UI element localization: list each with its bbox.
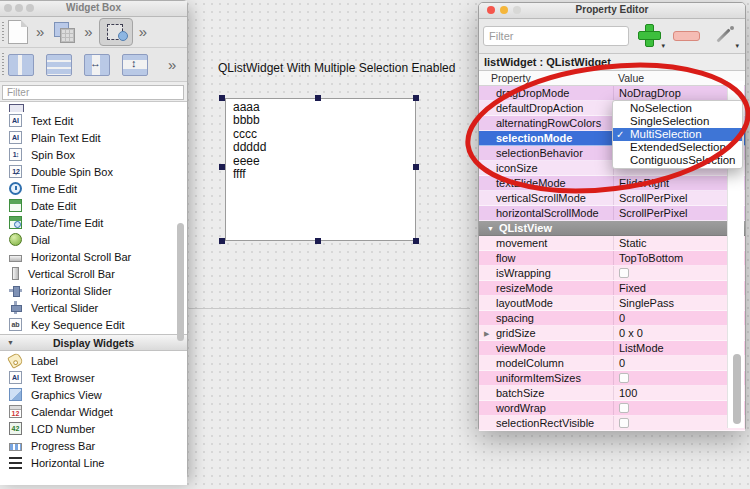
form-caption-label[interactable]: QListWidget With Multiple Selection Enab… [218, 61, 455, 75]
widget-item-date-time-edit[interactable]: Date/Time Edit [0, 214, 187, 231]
resize-handle-bottom-left[interactable] [219, 238, 225, 244]
property-value[interactable]: 100 [619, 386, 637, 401]
property-row-resizemode[interactable]: resizeModeFixed [479, 281, 745, 296]
iswrapping-checkbox[interactable] [619, 268, 629, 278]
toolbar-drag-handle[interactable] [2, 52, 4, 77]
property-value[interactable]: ScrollPerPixel [619, 206, 687, 221]
list-item-aaaa[interactable]: aaaa [233, 101, 415, 114]
property-row-uniformitemsizes[interactable]: uniformItemSizes [479, 371, 745, 386]
property-editor-titlebar[interactable]: Property Editor [479, 3, 745, 19]
property-value[interactable]: 0 [619, 311, 625, 326]
chevron-overflow-icon[interactable]: » [168, 58, 176, 72]
list-item-ddddd[interactable]: ddddd [233, 141, 415, 154]
widget-item-graphics-view[interactable]: Graphics View [0, 386, 187, 403]
resize-handle-middle-left[interactable] [219, 164, 225, 170]
property-value[interactable]: TopToBottom [619, 251, 683, 266]
widget-item-horizontal-scroll-bar[interactable]: Horizontal Scroll Bar [0, 248, 187, 265]
property-row-gridsize[interactable]: ▶gridSize0 x 0 [479, 326, 745, 341]
chevron-overflow-icon[interactable]: » [84, 25, 92, 39]
widget-box-titlebar[interactable]: Widget Box [0, 1, 187, 17]
list-item-eeee[interactable]: eeee [233, 155, 415, 168]
property-value[interactable]: 0 x 0 [619, 326, 643, 341]
widget-filter-input[interactable] [2, 85, 184, 100]
dropdown-option-contiguousselection[interactable]: ContiguousSelection [613, 154, 742, 167]
expand-arrow-icon[interactable]: ▶ [484, 161, 489, 176]
widget-item-vertical-slider[interactable]: Vertical Slider [0, 299, 187, 316]
list-widget[interactable]: aaaabbbbccccdddddeeeeffff [225, 98, 416, 241]
property-row-movement[interactable]: movementStatic [479, 236, 745, 251]
widget-item-spin-box[interactable]: Spin Box [0, 146, 187, 163]
chevron-overflow-icon[interactable]: » [139, 25, 147, 39]
widget-item-date-edit[interactable]: Date Edit [0, 197, 187, 214]
resize-handle-middle-right[interactable] [413, 164, 419, 170]
property-value[interactable]: Fixed [619, 281, 646, 296]
widget-item-key-sequence-edit[interactable]: Key Sequence Edit [0, 316, 187, 333]
new-form-icon[interactable] [8, 20, 28, 44]
property-row-layoutmode[interactable]: layoutModeSinglePass [479, 296, 745, 311]
property-row-horizontalscrollmode[interactable]: horizontalScrollModeScrollPerPixel [479, 206, 745, 221]
property-row-verticalscrollmode[interactable]: verticalScrollModeScrollPerPixel [479, 191, 745, 206]
property-value[interactable]: ListMode [619, 341, 664, 356]
add-dynamic-property-button[interactable]: ▾ [637, 23, 663, 49]
property-row-dragdropmode[interactable]: dragDropModeNoDragDrop [479, 86, 745, 101]
list-item-bbbb[interactable]: bbbb [233, 114, 415, 127]
property-row-viewmode[interactable]: viewModeListMode [479, 341, 745, 356]
property-row-wordwrap[interactable]: wordWrap [479, 401, 745, 416]
property-value[interactable]: SinglePass [619, 296, 674, 311]
property-value[interactable]: 0 [619, 356, 625, 371]
widget-item-dial[interactable]: Dial [0, 231, 187, 248]
property-table-scrollbar[interactable] [733, 354, 741, 424]
dropdown-option-extendedselection[interactable]: ExtendedSelection [613, 141, 742, 154]
widget-item-progress-bar[interactable]: Progress Bar [0, 437, 187, 454]
selectionrectvisible-checkbox[interactable] [619, 418, 629, 428]
widget-item-lcd-number[interactable]: LCD Number [0, 420, 187, 437]
layout-horizontal-splitter-icon[interactable] [84, 54, 110, 76]
property-row-modelcolumn[interactable]: modelColumn0 [479, 356, 745, 371]
resize-handle-top-middle[interactable] [315, 95, 321, 101]
widget-item-label[interactable]: Label [0, 352, 187, 369]
chevron-overflow-icon[interactable]: » [36, 25, 44, 39]
dropdown-option-multiselection[interactable]: ✓MultiSelection [613, 128, 742, 141]
property-value[interactable]: ScrollPerPixel [619, 191, 687, 206]
widget-item-calendar-widget[interactable]: Calendar Widget [0, 403, 187, 420]
toolbar-drag-handle[interactable] [2, 21, 4, 43]
property-filter-input[interactable] [483, 26, 629, 46]
layout-horizontal-icon[interactable] [46, 54, 72, 76]
widget-item-vertical-scroll-bar[interactable]: Vertical Scroll Bar [0, 265, 187, 282]
layout-vertical-splitter-icon[interactable] [122, 54, 148, 76]
configure-property-editor-button[interactable]: ▾ [711, 23, 737, 49]
widget-item-plain-text-edit[interactable]: Plain Text Edit [0, 129, 187, 146]
property-row-selectionrectvisible[interactable]: selectionRectVisible [479, 416, 745, 431]
dropdown-option-singleselection[interactable]: SingleSelection [613, 115, 742, 128]
resize-handle-bottom-right[interactable] [413, 238, 419, 244]
dropdown-option-noselection[interactable]: NoSelection [613, 102, 742, 115]
property-row-batchsize[interactable]: batchSize100 [479, 386, 745, 401]
resize-handle-top-right[interactable] [413, 95, 419, 101]
display-widgets-section-header[interactable]: ▼Display Widgets [0, 334, 187, 351]
wordwrap-checkbox[interactable] [619, 403, 629, 413]
expand-arrow-icon[interactable]: ▶ [484, 326, 489, 341]
list-item-ffff[interactable]: ffff [233, 168, 415, 181]
property-row-flow[interactable]: flowTopToBottom [479, 251, 745, 266]
property-row-spacing[interactable]: spacing0 [479, 311, 745, 326]
widget-item-text-edit[interactable]: Text Edit [0, 112, 187, 129]
property-value[interactable]: Static [619, 236, 647, 251]
preview-widgets-icon[interactable] [52, 21, 76, 43]
property-row-iswrapping[interactable]: isWrapping [479, 266, 745, 281]
resize-handle-bottom-middle[interactable] [315, 238, 321, 244]
property-value[interactable]: NoDragDrop [619, 86, 681, 101]
edit-widgets-button[interactable] [99, 18, 133, 46]
widget-item-text-browser[interactable]: Text Browser [0, 369, 187, 386]
layout-vertical-icon[interactable] [8, 54, 34, 76]
uniformitemsizes-checkbox[interactable] [619, 373, 629, 383]
widget-list-scrollbar[interactable] [177, 223, 184, 341]
widget-item-time-edit[interactable]: Time Edit [0, 180, 187, 197]
remove-dynamic-property-button[interactable] [673, 29, 699, 41]
widget-item-horizontal-slider[interactable]: Horizontal Slider [0, 282, 187, 299]
widget-item-horizontal-line[interactable]: Horizontal Line [0, 454, 187, 471]
resize-handle-top-left[interactable] [219, 95, 225, 101]
qlistview-section-header[interactable]: ▼QListView [479, 221, 745, 236]
list-item-cccc[interactable]: cccc [233, 128, 415, 141]
property-value[interactable]: ElideRight [619, 176, 669, 191]
widget-item-double-spin-box[interactable]: Double Spin Box [0, 163, 187, 180]
